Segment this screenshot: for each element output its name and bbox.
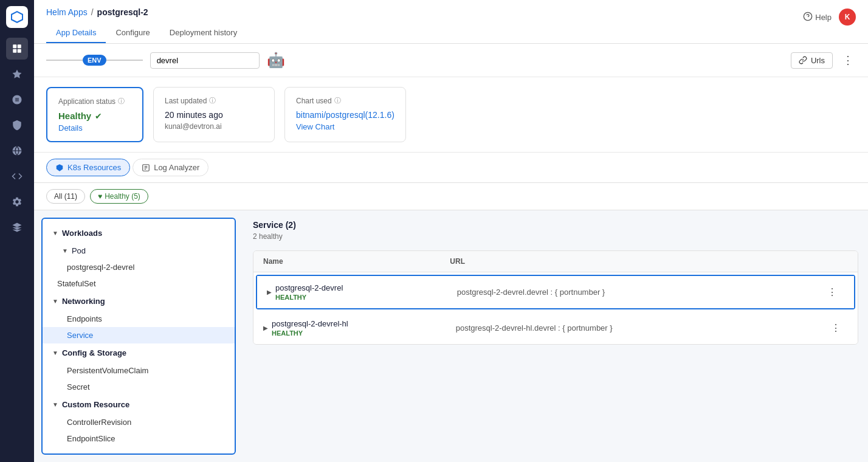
more-options-button[interactable]: ⋮ [840, 51, 856, 69]
col-header-name: Name [263, 257, 450, 266]
filter-all-button[interactable]: All (11) [46, 189, 85, 204]
tree-item-service[interactable]: Service [43, 327, 235, 343]
sidebar-icon-grid[interactable] [6, 38, 28, 60]
col-header-actions [824, 257, 848, 266]
resource-subtitle: 2 healthy [253, 232, 858, 241]
tab-configure[interactable]: Configure [106, 23, 159, 43]
header-right: Help K [803, 9, 856, 26]
resource-content: Service (2) 2 healthy Name URL ▶ postgre… [243, 210, 868, 462]
row-url: postgresql-2-devrel.devrel : { portnumbe… [457, 288, 820, 297]
last-updated-card: Last updated ⓘ 20 minutes ago kunal@devt… [153, 87, 275, 142]
tree-header-config-storage[interactable]: ▼ Config & Storage [43, 343, 235, 362]
info-icon-chart: ⓘ [334, 96, 341, 105]
breadcrumb: Helm Apps / postgresql-2 [46, 7, 856, 17]
arrow-icon: ▼ [52, 401, 58, 408]
avatar[interactable]: K [839, 9, 856, 26]
row-actions: ⋮ [824, 321, 848, 335]
robot-icon[interactable]: 🤖 [267, 52, 285, 69]
tree-item-controller-revision[interactable]: ControllerRevision [43, 414, 235, 430]
details-link[interactable]: Details [58, 123, 131, 133]
breadcrumb-helm-apps[interactable]: Helm Apps [46, 7, 88, 17]
row-menu-button[interactable]: ⋮ [827, 321, 844, 335]
env-badge: ENV [83, 55, 106, 66]
tab-deployment-history[interactable]: Deployment history [160, 23, 247, 43]
view-chart-link[interactable]: View Chart [296, 122, 394, 131]
tree-item-pvc[interactable]: PersistentVolumeClaim [43, 362, 235, 379]
tree-item-statefulset[interactable]: StatefulSet [43, 275, 235, 292]
table-row-selected: ▶ postgresql-2-devrel HEALTHY postgresql… [256, 275, 855, 309]
env-track: ENV [46, 55, 143, 66]
table-header: Name URL [253, 251, 858, 272]
filter-healthy-button[interactable]: ♥ Healthy (5) [90, 189, 148, 204]
tree-sidebar: ▼ Workloads ▼ Pod postgresql-2-devrel St… [41, 218, 236, 455]
tree-item-endpoint-slice[interactable]: EndpointSlice [43, 430, 235, 447]
expand-icon[interactable]: ▶ [263, 325, 268, 331]
col-header-url: URL [450, 257, 824, 266]
tree-header-custom-resource[interactable]: ▼ Custom Resource [43, 395, 235, 414]
row-status: HEALTHY [272, 329, 456, 337]
healthy-text: Healthy [58, 111, 91, 121]
breadcrumb-current: postgresql-2 [97, 7, 148, 17]
application-status-card: Application status ⓘ Healthy ✔ Details [46, 87, 143, 142]
row-status: HEALTHY [275, 294, 457, 301]
sidebar-icon-gear[interactable] [6, 191, 28, 213]
heart-icon: ♥ [98, 192, 102, 201]
urls-button[interactable]: Urls [791, 52, 833, 69]
application-status-label: Application status ⓘ [58, 97, 131, 106]
logo[interactable] [6, 6, 28, 28]
sidebar-icon-globe[interactable] [6, 140, 28, 162]
updated-time: 20 minutes ago [165, 110, 263, 120]
tree-section-workloads: ▼ Workloads ▼ Pod postgresql-2-devrel St… [43, 224, 235, 292]
main-content: Helm Apps / postgresql-2 Help K App Deta… [34, 0, 868, 462]
svg-marker-4 [13, 70, 22, 78]
help-button[interactable]: Help [803, 12, 832, 23]
table-row[interactable]: ▶ postgresql-2-devrel-hl HEALTHY postgre… [253, 312, 858, 344]
sidebar-icon-star[interactable] [6, 63, 28, 85]
tree-subheader-pod[interactable]: ▼ Pod [43, 243, 235, 259]
tree-header-workloads[interactable]: ▼ Workloads [43, 224, 235, 243]
chart-name[interactable]: bitnami/postgresql(12.1.6) [296, 110, 394, 120]
tree-section-networking: ▼ Networking Endpoints Service [43, 292, 235, 343]
status-cards: Application status ⓘ Healthy ✔ Details L… [34, 77, 868, 153]
row-actions: ⋮ [820, 285, 844, 299]
tab-app-details[interactable]: App Details [46, 23, 106, 43]
sidebar-icon-rocket[interactable] [6, 89, 28, 111]
tree-header-networking[interactable]: ▼ Networking [43, 292, 235, 311]
tree-item-postgresql-2-devrel[interactable]: postgresql-2-devrel [43, 259, 235, 275]
sidebar-icon-shield[interactable] [6, 114, 28, 136]
svg-rect-2 [13, 49, 16, 53]
svg-rect-1 [18, 44, 21, 48]
header-tabs: App Details Configure Deployment history [46, 23, 856, 43]
urls-label: Urls [811, 56, 825, 65]
row-name-col: postgresql-2-devrel-hl HEALTHY [272, 319, 456, 337]
k8s-icon [55, 164, 64, 172]
tree-item-endpoints[interactable]: Endpoints [43, 311, 235, 327]
tree-section-custom-resource: ▼ Custom Resource ControllerRevision End… [43, 395, 235, 447]
row-menu-button[interactable]: ⋮ [824, 285, 841, 299]
svg-rect-3 [18, 49, 21, 53]
arrow-icon: ▼ [52, 230, 58, 236]
chart-used-label: Chart used ⓘ [296, 96, 394, 105]
arrow-icon: ▼ [52, 350, 58, 356]
env-input[interactable] [150, 52, 260, 69]
resource-title: Service (2) [253, 220, 858, 230]
tab-log-analyzer[interactable]: Log Analyzer [133, 159, 208, 176]
arrow-icon: ▼ [62, 247, 68, 254]
chart-used-card: Chart used ⓘ bitnami/postgresql(12.1.6) … [284, 87, 406, 142]
expand-icon[interactable]: ▶ [267, 289, 272, 295]
sidebar-icon-layers[interactable] [6, 216, 28, 238]
sidebar-icon-code[interactable] [6, 165, 28, 187]
tab-k8s-resources[interactable]: K8s Resources [46, 159, 130, 176]
resource-tabs: K8s Resources Log Analyzer [34, 153, 868, 183]
row-name: postgresql-2-devrel [275, 283, 457, 292]
table-row[interactable]: ▶ postgresql-2-devrel HEALTHY postgresql… [257, 276, 854, 308]
log-icon [142, 164, 150, 172]
help-label: Help [815, 13, 832, 22]
healthy-row: Healthy ✔ [58, 111, 131, 121]
link-icon [799, 56, 807, 64]
help-circle-icon [803, 12, 813, 23]
resource-table: Name URL ▶ postgresql-2-devrel HEALTHY p… [253, 250, 858, 345]
tree-item-secret[interactable]: Secret [43, 379, 235, 395]
svg-marker-7 [13, 223, 22, 228]
last-updated-label: Last updated ⓘ [165, 96, 263, 105]
